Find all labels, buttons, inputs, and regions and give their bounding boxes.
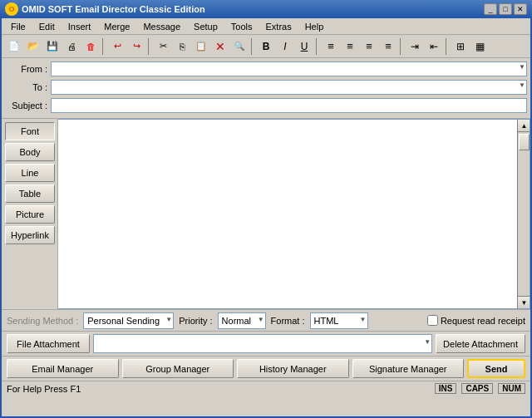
sending-method-label: Sending Method : bbox=[7, 316, 78, 326]
toolbar-separator-1 bbox=[102, 38, 106, 55]
toolbar: 📄 📂 💾 🖨 🗑 ↩ ↪ ✂ ⎘ 📋 ✕ 🔍 B I U ≡ ≡ ≡ ≡ ⇥ … bbox=[2, 35, 530, 58]
signature-manager-button[interactable]: Signature Manager bbox=[352, 359, 465, 378]
sending-options: Sending Method : Personal Sending Priori… bbox=[2, 309, 530, 331]
new-button[interactable]: 📄 bbox=[5, 37, 23, 56]
scrollbar-down-button[interactable]: ▼ bbox=[518, 296, 530, 308]
menu-bar: File Edit Insert Merge Message Setup Too… bbox=[2, 18, 530, 35]
toolbar-separator-4 bbox=[316, 38, 319, 55]
priority-wrapper[interactable]: Normal High Low bbox=[218, 312, 266, 329]
window-controls[interactable]: _ □ ✕ bbox=[484, 3, 527, 15]
group-manager-button[interactable]: Group Manager bbox=[122, 359, 234, 378]
sending-method-wrapper[interactable]: Personal Sending bbox=[83, 312, 174, 329]
menu-merge[interactable]: Merge bbox=[98, 19, 135, 34]
help-text: For Help Press F1 bbox=[7, 384, 81, 394]
to-row: To : bbox=[5, 79, 527, 96]
sidebar: Font Body Line Table Picture Hyperlink bbox=[2, 119, 58, 309]
align-right-button[interactable]: ≡ bbox=[360, 37, 378, 56]
request-receipt-label: Request read receipt bbox=[441, 316, 525, 326]
undo-button[interactable]: ↩ bbox=[108, 37, 126, 56]
align-justify-button[interactable]: ≡ bbox=[379, 37, 397, 56]
save-button[interactable]: 💾 bbox=[43, 37, 62, 56]
open-button[interactable]: 📂 bbox=[24, 37, 42, 56]
history-manager-button[interactable]: History Manager bbox=[237, 359, 349, 378]
num-indicator: NUM bbox=[498, 383, 525, 394]
scrollbar-up-button[interactable]: ▲ bbox=[518, 120, 530, 132]
request-receipt-checkbox[interactable] bbox=[427, 315, 438, 326]
action-row: File Attachment Delete Attachment bbox=[2, 331, 530, 356]
close-button[interactable]: ✕ bbox=[514, 3, 527, 15]
send-button[interactable]: Send bbox=[467, 359, 525, 378]
title-bar: O OMID SOFT Email Director Classic Editi… bbox=[0, 0, 532, 18]
toolbar-separator-6 bbox=[446, 38, 449, 55]
format-select[interactable]: HTML Plain Text bbox=[310, 312, 368, 329]
to-select[interactable] bbox=[51, 80, 527, 95]
from-select-wrapper[interactable] bbox=[51, 61, 527, 76]
manager-row: Email Manager Group Manager History Mana… bbox=[2, 356, 530, 381]
toolbar-separator-3 bbox=[251, 38, 254, 55]
caps-indicator: CAPS bbox=[461, 383, 493, 394]
underline-button[interactable]: U bbox=[295, 37, 313, 56]
delete-button[interactable]: 🗑 bbox=[81, 37, 100, 56]
scrollbar-thumb[interactable] bbox=[519, 134, 530, 150]
minimize-button[interactable]: _ bbox=[484, 3, 497, 15]
maximize-button[interactable]: □ bbox=[499, 3, 512, 15]
delete-attachment-button[interactable]: Delete Attachment bbox=[436, 334, 525, 353]
bold-button[interactable]: B bbox=[257, 37, 275, 56]
from-select[interactable] bbox=[51, 61, 527, 76]
paste-button[interactable]: 📋 bbox=[192, 37, 210, 56]
align-center-button[interactable]: ≡ bbox=[341, 37, 359, 56]
menu-help[interactable]: Help bbox=[299, 19, 330, 34]
priority-select[interactable]: Normal High Low bbox=[218, 312, 266, 329]
clear-button[interactable]: ✕ bbox=[211, 37, 229, 56]
format-label: Format : bbox=[271, 316, 305, 326]
app-icon: O bbox=[5, 2, 18, 16]
file-attachment-button[interactable]: File Attachment bbox=[7, 334, 90, 353]
subject-row: Subject : bbox=[5, 97, 527, 114]
request-receipt-row: Request read receipt bbox=[427, 315, 525, 326]
table-button[interactable]: ⊞ bbox=[451, 37, 470, 56]
subject-label: Subject : bbox=[5, 101, 51, 111]
print-button[interactable]: 🖨 bbox=[62, 37, 81, 56]
picture-button[interactable]: Picture bbox=[5, 205, 55, 224]
body-button[interactable]: Body bbox=[5, 143, 55, 161]
cut-button[interactable]: ✂ bbox=[154, 37, 172, 56]
line-button[interactable]: Line bbox=[5, 164, 55, 182]
menu-insert[interactable]: Insert bbox=[62, 19, 97, 34]
window-title: OMID SOFT Email Director Classic Edition bbox=[22, 4, 205, 14]
italic-button[interactable]: I bbox=[276, 37, 294, 56]
copy-button[interactable]: ⎘ bbox=[173, 37, 191, 56]
editor-scrollbar[interactable]: ▲ ▼ bbox=[517, 120, 530, 308]
from-label: From : bbox=[5, 64, 51, 74]
toolbar-separator-5 bbox=[400, 38, 403, 55]
toolbar-separator-2 bbox=[148, 38, 151, 55]
menu-message[interactable]: Message bbox=[137, 19, 186, 34]
menu-setup[interactable]: Setup bbox=[188, 19, 224, 34]
menu-extras[interactable]: Extras bbox=[259, 19, 297, 34]
menu-edit[interactable]: Edit bbox=[33, 19, 61, 34]
content-area: Font Body Line Table Picture Hyperlink ▲… bbox=[2, 118, 530, 309]
to-label: To : bbox=[5, 82, 51, 92]
menu-tools[interactable]: Tools bbox=[225, 19, 259, 34]
outdent-button[interactable]: ⇤ bbox=[425, 37, 443, 56]
align-left-button[interactable]: ≡ bbox=[322, 37, 340, 56]
find-button[interactable]: 🔍 bbox=[230, 37, 249, 56]
redo-button[interactable]: ↪ bbox=[127, 37, 145, 56]
status-bar: For Help Press F1 INS CAPS NUM bbox=[2, 381, 530, 396]
attachment-select-wrapper[interactable] bbox=[93, 334, 432, 353]
format-wrapper[interactable]: HTML Plain Text bbox=[310, 312, 368, 329]
from-row: From : bbox=[5, 61, 527, 77]
editor-area[interactable]: ▲ ▼ bbox=[58, 119, 530, 309]
font-button[interactable]: Font bbox=[5, 122, 55, 140]
subject-input[interactable] bbox=[51, 98, 527, 113]
sending-method-select[interactable]: Personal Sending bbox=[83, 312, 174, 329]
ins-indicator: INS bbox=[435, 383, 457, 394]
to-select-wrapper[interactable] bbox=[51, 80, 527, 95]
hyperlink-button[interactable]: Hyperlink bbox=[5, 226, 55, 244]
email-manager-button[interactable]: Email Manager bbox=[7, 359, 119, 378]
attachment-select[interactable] bbox=[93, 334, 432, 353]
table-side-button[interactable]: Table bbox=[5, 184, 55, 203]
borders-button[interactable]: ▦ bbox=[470, 37, 489, 56]
menu-file[interactable]: File bbox=[5, 19, 32, 34]
indent-button[interactable]: ⇥ bbox=[406, 37, 424, 56]
status-indicators: INS CAPS NUM bbox=[435, 383, 525, 394]
